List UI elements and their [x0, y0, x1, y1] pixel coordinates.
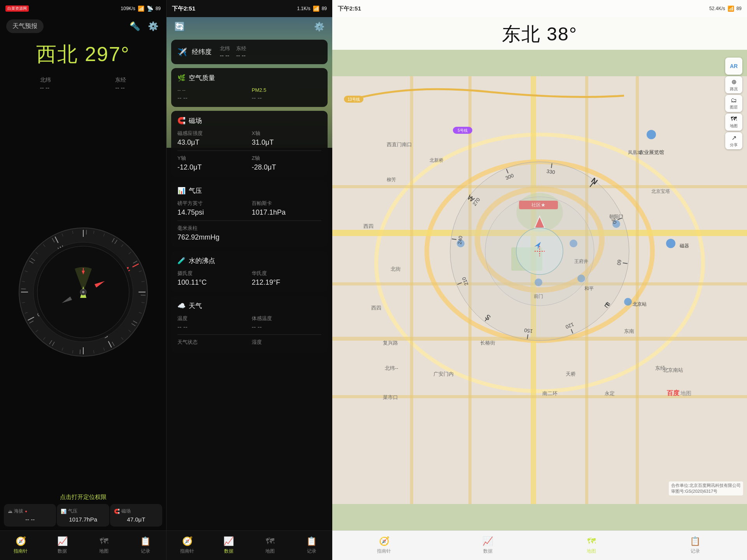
tab-record-icon-1: 📋: [140, 536, 151, 546]
status-right-1: 109K/s 📶 📡 89: [121, 5, 161, 12]
traffic-button[interactable]: ⊕ 路况: [725, 76, 742, 93]
share-icon: ↗: [731, 134, 736, 142]
data-settings-button[interactable]: ⚙️: [312, 20, 326, 33]
tab-compass-label-3: 指南针: [377, 548, 391, 555]
magnetic-row1: 磁感应强度 43.0μT X轴 31.0μT: [177, 130, 321, 147]
tab-record-2[interactable]: 📋 记录: [291, 533, 333, 558]
pressure-row1: 磅平方英寸 14.75psi 百帕斯卡 1017.1hPa: [177, 200, 321, 217]
bottom-info: ⛰ 海拔 ● -- -- 📊 气压 1017.7hPa 🧲 磁场 47.0μT: [0, 504, 166, 530]
tab-map-3[interactable]: 🗺 地图: [540, 533, 644, 558]
tab-bar-2: 🧭 指南针 📈 数据 🗺 地图 📋 记录: [167, 530, 332, 560]
map-side-buttons: AR ⊕ 路况 🗂 图层 🗺 地图 ↗ 分享: [725, 58, 742, 149]
location-prompt[interactable]: 点击打开定位权限: [0, 490, 166, 504]
tab-record-3[interactable]: 📋 记录: [644, 533, 747, 558]
share-label: 分享: [730, 142, 738, 148]
svg-text:长椿街: 长椿街: [480, 340, 495, 346]
weather-row2: 天气状态 湿度: [177, 339, 321, 347]
magnetic-icon: 🧲: [114, 509, 120, 514]
tab-compass-label-1: 指南针: [14, 548, 28, 555]
traffic-label: 路况: [730, 86, 738, 92]
time-2: 下午2:51: [172, 5, 195, 12]
tab-map-label-3: 地图: [587, 548, 596, 555]
svg-text:地图: 地图: [680, 390, 691, 396]
layers-icon: 🗂: [731, 97, 737, 104]
ar-button[interactable]: AR: [725, 58, 742, 75]
weather-icon: ☁️: [177, 302, 186, 310]
mmhg-field: 毫米汞柱 762.92mmHg: [177, 225, 321, 242]
svg-text:240: 240: [457, 235, 464, 245]
boiling-section: 🧪 水的沸点 摄氏度 100.11°C 华氏度 212.19°F: [171, 251, 328, 292]
svg-text:复兴路: 复兴路: [383, 340, 398, 346]
east-label: 东经: [236, 45, 246, 52]
tab-data-1[interactable]: 📈 数据: [42, 533, 83, 558]
tab-data-3[interactable]: 📈 数据: [436, 533, 540, 558]
svg-text:东南: 东南: [624, 328, 634, 334]
svg-point-71: [82, 291, 84, 293]
pressure-divider: [177, 220, 321, 221]
tab-record-icon-3: 📋: [690, 536, 700, 546]
status-bar-2: 下午2:51 1.1K/s 📶 89: [167, 0, 332, 17]
svg-point-99: [624, 298, 632, 306]
status-bar-3: 下午2:51 52.4K/s 📶 89: [332, 0, 747, 17]
weather-button[interactable]: 天气预报: [6, 19, 44, 33]
tab-record-1[interactable]: 📋 记录: [124, 533, 166, 558]
pressure-label: 📊 气压: [61, 508, 105, 514]
svg-point-93: [647, 130, 656, 139]
north-label: 北纬: [220, 45, 230, 52]
tab-data-2[interactable]: 📈 数据: [208, 533, 250, 558]
magnetic-x-field: X轴 31.0μT: [252, 130, 321, 147]
svg-text:60: 60: [616, 259, 622, 266]
tab-data-label-2: 数据: [224, 548, 233, 555]
svg-text:150: 150: [524, 327, 533, 334]
magnetic-z-field: Z轴 -28.0μT: [252, 155, 321, 172]
svg-text:13号线: 13号线: [347, 97, 359, 102]
magnetic-y-field: Y轴 -12.0μT: [177, 155, 247, 172]
tab-compass-3[interactable]: 🧭 指南针: [332, 533, 436, 558]
battery-2: 89: [322, 6, 327, 11]
settings-button[interactable]: ⚙️: [146, 20, 160, 33]
share-button[interactable]: ↗ 分享: [725, 132, 742, 149]
temp-field: 温度 -- --: [177, 315, 247, 331]
svg-text:北京站: 北京站: [633, 301, 647, 307]
tab-compass-label-2: 指南针: [180, 548, 194, 555]
refresh-button[interactable]: 🔄: [173, 20, 186, 33]
tab-map-1[interactable]: 🗺 地图: [83, 533, 125, 558]
compass-rose: N E S W 30 60 120 150 210 240 270 300 33…: [17, 226, 149, 358]
magnet-icon: 🧲: [177, 117, 186, 125]
map-area[interactable]: 13号线 5号线 农业展览馆 朝阳门 王府井 北京站 磁器: [332, 50, 747, 530]
layers-button[interactable]: 🗂 图层: [725, 95, 742, 112]
bottom-spacer: [167, 357, 332, 364]
pressure-section-icon: 📊: [177, 187, 186, 195]
magnetic-label: 🧲 磁场: [114, 508, 158, 514]
status-bar-1: 白菜资源网 109K/s 📶 📡 89: [0, 0, 166, 17]
tab-compass-1[interactable]: 🧭 指南针: [0, 533, 42, 558]
map-attribution: 合作单位:北京百度网讯科技有限公司 审图号:GS(2020)6317号: [669, 481, 743, 495]
magnetic-strength-field: 磁感应强度 43.0μT: [177, 130, 247, 147]
tab-record-label-2: 记录: [307, 548, 316, 555]
status-right-2: 1.1K/s 📶 89: [297, 5, 327, 12]
map-direction-text: 东北 38°: [332, 22, 747, 47]
altitude-label: ⛰ 海拔 ●: [8, 508, 52, 514]
map-type-label: 地图: [730, 123, 738, 129]
psi-field: 磅平方英寸 14.75psi: [177, 200, 247, 217]
celsius-field: 摄氏度 100.11°C: [177, 270, 247, 287]
weather-title: ☁️ 天气: [177, 301, 321, 310]
tab-record-icon-2: 📋: [306, 536, 317, 546]
north-value: -- --: [220, 52, 230, 59]
status-right-3: 52.4K/s 📶 89: [709, 5, 742, 12]
tab-map-label-2: 地图: [265, 548, 275, 555]
compass-svg: N E S W 30 60 120 150 210 240 270 300 33…: [17, 226, 149, 358]
east-value: -- --: [236, 52, 246, 59]
signal-2: 📶: [313, 5, 319, 12]
map-type-button[interactable]: 🗺 地图: [725, 114, 742, 131]
compass-rose-container: N E S W 30 60 120 150 210 240 270 300 33…: [0, 93, 166, 490]
tab-map-2[interactable]: 🗺 地图: [249, 533, 291, 558]
tab-compass-2[interactable]: 🧭 指南针: [167, 533, 208, 558]
tab-map-icon-1: 🗺: [100, 536, 108, 546]
map-panel: 下午2:51 52.4K/s 📶 89 东北 38°: [332, 0, 747, 560]
pm25-field: PM2.5 -- --: [252, 87, 321, 102]
signal-icons-1: 📶: [138, 5, 144, 12]
flash-button[interactable]: 🔦: [128, 20, 142, 33]
coordinate-icon: ✈️: [177, 47, 187, 57]
north-field: 北纬 -- --: [220, 45, 230, 59]
